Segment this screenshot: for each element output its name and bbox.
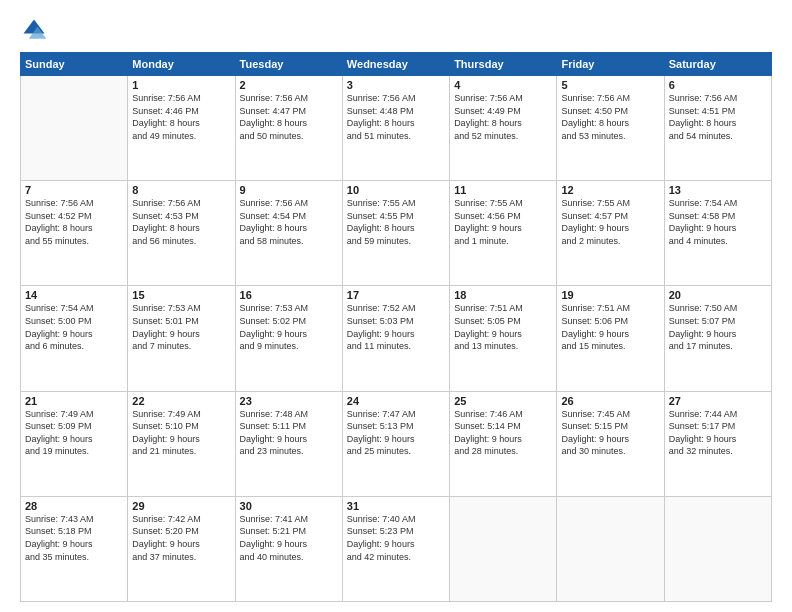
calendar-cell: 9Sunrise: 7:56 AM Sunset: 4:54 PM Daylig…	[235, 181, 342, 286]
day-number: 31	[347, 500, 445, 512]
calendar-cell: 5Sunrise: 7:56 AM Sunset: 4:50 PM Daylig…	[557, 76, 664, 181]
day-number: 27	[669, 395, 767, 407]
calendar-cell: 28Sunrise: 7:43 AM Sunset: 5:18 PM Dayli…	[21, 496, 128, 601]
calendar-cell: 1Sunrise: 7:56 AM Sunset: 4:46 PM Daylig…	[128, 76, 235, 181]
day-number: 19	[561, 289, 659, 301]
calendar-table: SundayMondayTuesdayWednesdayThursdayFrid…	[20, 52, 772, 602]
weekday-header: Thursday	[450, 53, 557, 76]
day-info: Sunrise: 7:55 AM Sunset: 4:57 PM Dayligh…	[561, 197, 659, 247]
day-number: 18	[454, 289, 552, 301]
day-info: Sunrise: 7:50 AM Sunset: 5:07 PM Dayligh…	[669, 302, 767, 352]
calendar-cell: 26Sunrise: 7:45 AM Sunset: 5:15 PM Dayli…	[557, 391, 664, 496]
calendar-cell: 4Sunrise: 7:56 AM Sunset: 4:49 PM Daylig…	[450, 76, 557, 181]
calendar-cell	[557, 496, 664, 601]
day-number: 14	[25, 289, 123, 301]
calendar-cell: 8Sunrise: 7:56 AM Sunset: 4:53 PM Daylig…	[128, 181, 235, 286]
day-number: 8	[132, 184, 230, 196]
day-number: 20	[669, 289, 767, 301]
day-info: Sunrise: 7:49 AM Sunset: 5:09 PM Dayligh…	[25, 408, 123, 458]
logo	[20, 16, 52, 44]
weekday-header: Saturday	[664, 53, 771, 76]
day-info: Sunrise: 7:46 AM Sunset: 5:14 PM Dayligh…	[454, 408, 552, 458]
calendar-cell: 10Sunrise: 7:55 AM Sunset: 4:55 PM Dayli…	[342, 181, 449, 286]
calendar-cell: 19Sunrise: 7:51 AM Sunset: 5:06 PM Dayli…	[557, 286, 664, 391]
day-number: 30	[240, 500, 338, 512]
day-info: Sunrise: 7:55 AM Sunset: 4:55 PM Dayligh…	[347, 197, 445, 247]
calendar-cell: 14Sunrise: 7:54 AM Sunset: 5:00 PM Dayli…	[21, 286, 128, 391]
calendar-cell: 3Sunrise: 7:56 AM Sunset: 4:48 PM Daylig…	[342, 76, 449, 181]
day-info: Sunrise: 7:56 AM Sunset: 4:49 PM Dayligh…	[454, 92, 552, 142]
calendar-cell: 22Sunrise: 7:49 AM Sunset: 5:10 PM Dayli…	[128, 391, 235, 496]
day-number: 16	[240, 289, 338, 301]
day-info: Sunrise: 7:56 AM Sunset: 4:54 PM Dayligh…	[240, 197, 338, 247]
day-info: Sunrise: 7:52 AM Sunset: 5:03 PM Dayligh…	[347, 302, 445, 352]
day-number: 7	[25, 184, 123, 196]
calendar-week-row: 21Sunrise: 7:49 AM Sunset: 5:09 PM Dayli…	[21, 391, 772, 496]
day-info: Sunrise: 7:56 AM Sunset: 4:51 PM Dayligh…	[669, 92, 767, 142]
day-info: Sunrise: 7:55 AM Sunset: 4:56 PM Dayligh…	[454, 197, 552, 247]
calendar-cell: 18Sunrise: 7:51 AM Sunset: 5:05 PM Dayli…	[450, 286, 557, 391]
day-info: Sunrise: 7:56 AM Sunset: 4:48 PM Dayligh…	[347, 92, 445, 142]
day-info: Sunrise: 7:53 AM Sunset: 5:01 PM Dayligh…	[132, 302, 230, 352]
day-info: Sunrise: 7:49 AM Sunset: 5:10 PM Dayligh…	[132, 408, 230, 458]
day-info: Sunrise: 7:47 AM Sunset: 5:13 PM Dayligh…	[347, 408, 445, 458]
page: SundayMondayTuesdayWednesdayThursdayFrid…	[0, 0, 792, 612]
day-info: Sunrise: 7:51 AM Sunset: 5:06 PM Dayligh…	[561, 302, 659, 352]
calendar-cell: 11Sunrise: 7:55 AM Sunset: 4:56 PM Dayli…	[450, 181, 557, 286]
day-number: 6	[669, 79, 767, 91]
day-info: Sunrise: 7:54 AM Sunset: 5:00 PM Dayligh…	[25, 302, 123, 352]
weekday-header: Wednesday	[342, 53, 449, 76]
day-info: Sunrise: 7:51 AM Sunset: 5:05 PM Dayligh…	[454, 302, 552, 352]
day-info: Sunrise: 7:54 AM Sunset: 4:58 PM Dayligh…	[669, 197, 767, 247]
header	[20, 16, 772, 44]
day-info: Sunrise: 7:56 AM Sunset: 4:46 PM Dayligh…	[132, 92, 230, 142]
day-number: 3	[347, 79, 445, 91]
day-info: Sunrise: 7:56 AM Sunset: 4:47 PM Dayligh…	[240, 92, 338, 142]
day-number: 21	[25, 395, 123, 407]
day-number: 17	[347, 289, 445, 301]
day-number: 24	[347, 395, 445, 407]
calendar-cell: 25Sunrise: 7:46 AM Sunset: 5:14 PM Dayli…	[450, 391, 557, 496]
logo-icon	[20, 16, 48, 44]
day-info: Sunrise: 7:56 AM Sunset: 4:52 PM Dayligh…	[25, 197, 123, 247]
day-number: 1	[132, 79, 230, 91]
day-number: 29	[132, 500, 230, 512]
day-info: Sunrise: 7:53 AM Sunset: 5:02 PM Dayligh…	[240, 302, 338, 352]
weekday-header: Friday	[557, 53, 664, 76]
day-info: Sunrise: 7:48 AM Sunset: 5:11 PM Dayligh…	[240, 408, 338, 458]
calendar-cell	[21, 76, 128, 181]
calendar-cell: 13Sunrise: 7:54 AM Sunset: 4:58 PM Dayli…	[664, 181, 771, 286]
weekday-header: Monday	[128, 53, 235, 76]
calendar-cell: 24Sunrise: 7:47 AM Sunset: 5:13 PM Dayli…	[342, 391, 449, 496]
day-info: Sunrise: 7:43 AM Sunset: 5:18 PM Dayligh…	[25, 513, 123, 563]
day-number: 11	[454, 184, 552, 196]
calendar-week-row: 1Sunrise: 7:56 AM Sunset: 4:46 PM Daylig…	[21, 76, 772, 181]
calendar-cell: 23Sunrise: 7:48 AM Sunset: 5:11 PM Dayli…	[235, 391, 342, 496]
day-number: 25	[454, 395, 552, 407]
day-number: 4	[454, 79, 552, 91]
day-number: 26	[561, 395, 659, 407]
day-number: 15	[132, 289, 230, 301]
day-info: Sunrise: 7:44 AM Sunset: 5:17 PM Dayligh…	[669, 408, 767, 458]
calendar-cell: 6Sunrise: 7:56 AM Sunset: 4:51 PM Daylig…	[664, 76, 771, 181]
calendar-cell: 7Sunrise: 7:56 AM Sunset: 4:52 PM Daylig…	[21, 181, 128, 286]
calendar-week-row: 28Sunrise: 7:43 AM Sunset: 5:18 PM Dayli…	[21, 496, 772, 601]
day-number: 10	[347, 184, 445, 196]
day-info: Sunrise: 7:45 AM Sunset: 5:15 PM Dayligh…	[561, 408, 659, 458]
calendar-cell: 29Sunrise: 7:42 AM Sunset: 5:20 PM Dayli…	[128, 496, 235, 601]
day-number: 23	[240, 395, 338, 407]
calendar-cell: 15Sunrise: 7:53 AM Sunset: 5:01 PM Dayli…	[128, 286, 235, 391]
day-number: 28	[25, 500, 123, 512]
day-info: Sunrise: 7:56 AM Sunset: 4:50 PM Dayligh…	[561, 92, 659, 142]
day-number: 22	[132, 395, 230, 407]
day-number: 12	[561, 184, 659, 196]
day-info: Sunrise: 7:41 AM Sunset: 5:21 PM Dayligh…	[240, 513, 338, 563]
calendar-cell	[450, 496, 557, 601]
calendar-week-row: 14Sunrise: 7:54 AM Sunset: 5:00 PM Dayli…	[21, 286, 772, 391]
weekday-header: Tuesday	[235, 53, 342, 76]
calendar-cell: 31Sunrise: 7:40 AM Sunset: 5:23 PM Dayli…	[342, 496, 449, 601]
day-info: Sunrise: 7:56 AM Sunset: 4:53 PM Dayligh…	[132, 197, 230, 247]
day-number: 2	[240, 79, 338, 91]
calendar-week-row: 7Sunrise: 7:56 AM Sunset: 4:52 PM Daylig…	[21, 181, 772, 286]
calendar-cell: 2Sunrise: 7:56 AM Sunset: 4:47 PM Daylig…	[235, 76, 342, 181]
